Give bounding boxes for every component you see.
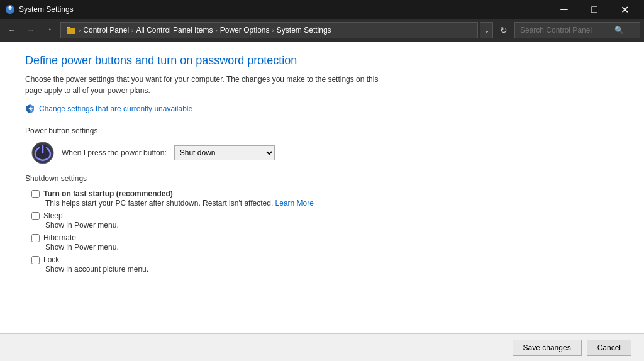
lock-label: Lock: [31, 255, 619, 264]
title-bar-controls: ─ □ ✕: [550, 0, 639, 19]
learn-more-link[interactable]: Learn More: [275, 199, 314, 208]
shutdown-item-sleep: Sleep Show in Power menu.: [31, 211, 619, 230]
back-button[interactable]: ←: [4, 22, 20, 38]
power-button-label: When I press the power button:: [62, 148, 167, 157]
shutdown-item-lock: Lock Show in account picture menu.: [31, 255, 619, 274]
bottom-bar: Save changes Cancel: [0, 333, 644, 361]
sleep-description: Show in Power menu.: [45, 221, 619, 230]
minimize-button[interactable]: ─: [550, 0, 579, 19]
description-line1: Choose the power settings that you want …: [25, 75, 378, 84]
cancel-button[interactable]: Cancel: [587, 340, 631, 356]
breadcrumb-all-items[interactable]: All Control Panel Items: [136, 26, 213, 35]
svg-rect-1: [67, 28, 75, 34]
breadcrumb-power-options[interactable]: Power Options: [220, 26, 270, 35]
fast-startup-description: This helps start your PC faster after sh…: [45, 199, 619, 208]
description-line2: page apply to all of your power plans.: [25, 86, 150, 95]
lock-checkbox[interactable]: [31, 256, 40, 264]
title-bar-left: System Settings: [5, 4, 74, 14]
save-changes-button[interactable]: Save changes: [513, 340, 582, 356]
forward-button[interactable]: →: [23, 22, 39, 38]
close-button[interactable]: ✕: [610, 0, 639, 19]
hibernate-description: Show in Power menu.: [45, 243, 619, 252]
shutdown-item-fast-startup: Turn on fast startup (recommended) This …: [31, 189, 619, 208]
power-button-row: When I press the power button: Shut down…: [31, 142, 619, 164]
power-button-section: Power button settings When I press the p…: [25, 126, 619, 164]
lock-description: Show in account picture menu.: [45, 265, 619, 274]
lock-text: Lock: [43, 255, 59, 264]
shutdown-section-header: Shutdown settings: [25, 174, 619, 183]
sleep-checkbox[interactable]: [31, 212, 40, 220]
shutdown-item-hibernate: Hibernate Show in Power menu.: [31, 233, 619, 252]
breadcrumb-chevron-1: ›: [79, 27, 80, 34]
power-button-section-header: Power button settings: [25, 126, 619, 135]
search-input[interactable]: [520, 26, 614, 35]
change-settings-link[interactable]: Change settings that are currently unava…: [39, 104, 192, 113]
breadcrumb-system-settings[interactable]: System Settings: [277, 26, 331, 35]
up-button[interactable]: ↑: [42, 22, 58, 38]
app-title: System Settings: [19, 5, 74, 14]
hibernate-checkbox[interactable]: [31, 234, 40, 242]
sleep-text: Sleep: [43, 211, 63, 220]
shield-uac-icon: ★: [25, 104, 35, 114]
breadcrumb-chevron-3: ›: [215, 27, 217, 34]
hibernate-desc-text: Show in Power menu.: [45, 243, 119, 252]
svg-text:★: ★: [28, 106, 33, 112]
page-title: Define power buttons and turn on passwor…: [25, 54, 619, 67]
fast-startup-checkbox[interactable]: [31, 190, 40, 198]
hibernate-label: Hibernate: [31, 233, 619, 242]
shutdown-section: Shutdown settings Turn on fast startup (…: [25, 174, 619, 274]
fast-startup-text: Turn on fast startup (recommended): [43, 189, 173, 198]
lock-desc-text: Show in account picture menu.: [45, 265, 148, 274]
search-box: 🔍: [514, 22, 640, 38]
change-settings-row: ★ Change settings that are currently una…: [25, 104, 619, 114]
hibernate-text: Hibernate: [43, 233, 76, 242]
app-icon: [5, 4, 15, 14]
title-bar: System Settings ─ □ ✕: [0, 0, 644, 19]
breadcrumb-control-panel[interactable]: Control Panel: [83, 26, 129, 35]
address-path[interactable]: › Control Panel › All Control Panel Item…: [60, 22, 478, 38]
fast-startup-desc-text: This helps start your PC faster after sh…: [45, 199, 275, 208]
search-submit-button[interactable]: 🔍: [614, 26, 624, 35]
breadcrumb-chevron-2: ›: [131, 27, 133, 34]
main-content: Define power buttons and turn on passwor…: [0, 42, 644, 361]
sleep-desc-text: Show in Power menu.: [45, 221, 119, 230]
sleep-label: Sleep: [31, 211, 619, 220]
page-description: Choose the power settings that you want …: [25, 74, 465, 96]
refresh-button[interactable]: ↻: [496, 22, 512, 38]
restore-button[interactable]: □: [580, 0, 609, 19]
power-action-dropdown[interactable]: Shut down Do nothing Sleep Hibernate Tur…: [174, 145, 275, 160]
fast-startup-label: Turn on fast startup (recommended): [31, 189, 619, 198]
power-button-icon: [31, 142, 54, 164]
path-dropdown-button[interactable]: ⌄: [480, 22, 493, 38]
address-bar: ← → ↑ › Control Panel › All Control Pane…: [0, 19, 644, 42]
breadcrumb-chevron-4: ›: [272, 27, 274, 34]
folder-icon: [66, 25, 76, 35]
